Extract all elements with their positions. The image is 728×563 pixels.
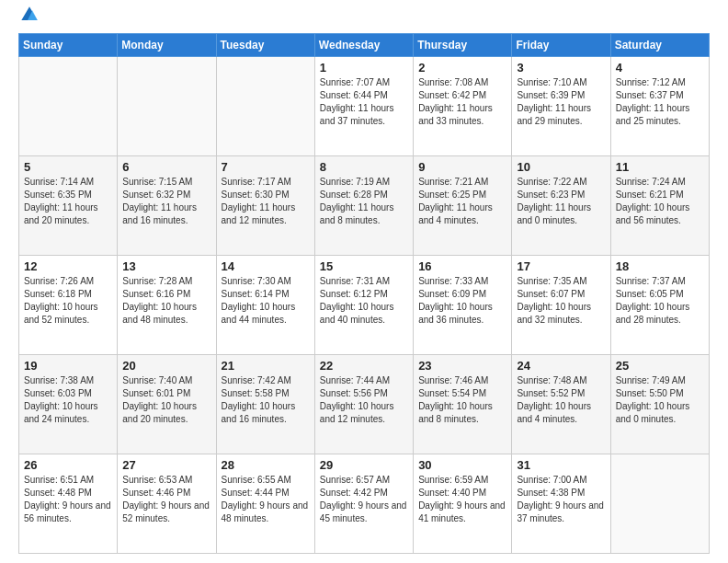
cell-2-5: 17Sunrise: 7:35 AMSunset: 6:07 PMDayligh… (512, 256, 610, 355)
cell-info: Sunset: 4:48 PM (24, 487, 112, 500)
day-number: 4 (616, 61, 704, 75)
week-row-0: 1Sunrise: 7:07 AMSunset: 6:44 PMDaylight… (19, 57, 710, 156)
cell-info: Sunrise: 7:44 AM (320, 374, 408, 387)
cell-info: Sunset: 5:56 PM (320, 387, 408, 400)
cell-info: Sunrise: 7:15 AM (122, 176, 210, 189)
day-number: 15 (320, 259, 408, 273)
week-row-2: 12Sunrise: 7:26 AMSunset: 6:18 PMDayligh… (19, 256, 710, 355)
cell-3-1: 20Sunrise: 7:40 AMSunset: 6:01 PMDayligh… (118, 355, 216, 454)
cell-info: Daylight: 11 hours and 25 minutes. (616, 102, 704, 128)
cell-info: Sunset: 6:03 PM (24, 387, 112, 400)
cell-info: Sunrise: 6:59 AM (418, 474, 506, 487)
header (18, 15, 710, 24)
cell-1-6: 11Sunrise: 7:24 AMSunset: 6:21 PMDayligh… (610, 156, 709, 256)
cell-3-3: 22Sunrise: 7:44 AMSunset: 5:56 PMDayligh… (314, 355, 413, 454)
cell-info: Sunrise: 7:21 AM (418, 176, 506, 189)
week-row-4: 26Sunrise: 6:51 AMSunset: 4:48 PMDayligh… (19, 454, 710, 554)
cell-2-0: 12Sunrise: 7:26 AMSunset: 6:18 PMDayligh… (19, 256, 118, 355)
cell-info: Daylight: 9 hours and 56 minutes. (24, 500, 112, 525)
cell-info: Daylight: 11 hours and 12 minutes. (222, 201, 310, 227)
cell-info: Sunrise: 7:31 AM (320, 275, 408, 288)
cell-info: Daylight: 10 hours and 48 minutes. (122, 301, 210, 327)
cell-info: Daylight: 11 hours and 33 minutes. (418, 102, 506, 128)
cell-info: Sunrise: 7:42 AM (222, 374, 310, 387)
day-number: 1 (320, 61, 408, 75)
week-row-3: 19Sunrise: 7:38 AMSunset: 6:03 PMDayligh… (19, 355, 710, 454)
day-number: 16 (418, 259, 506, 273)
cell-info: Sunrise: 6:57 AM (320, 474, 408, 487)
calendar: Sunday Monday Tuesday Wednesday Thursday… (18, 33, 710, 554)
cell-info: Sunrise: 7:10 AM (517, 76, 605, 89)
day-number: 28 (222, 458, 310, 472)
cell-3-5: 24Sunrise: 7:48 AMSunset: 5:52 PMDayligh… (512, 355, 610, 454)
cell-info: Sunrise: 7:17 AM (222, 176, 310, 189)
day-number: 21 (222, 359, 310, 373)
cell-0-4: 2Sunrise: 7:08 AMSunset: 6:42 PMDaylight… (414, 57, 512, 156)
cell-1-2: 7Sunrise: 7:17 AMSunset: 6:30 PMDaylight… (216, 156, 314, 256)
day-number: 26 (24, 458, 112, 472)
logo (18, 15, 39, 24)
day-number: 24 (517, 359, 605, 373)
cell-info: Sunrise: 7:26 AM (24, 275, 112, 288)
cell-info: Sunset: 6:35 PM (24, 189, 112, 201)
cell-info: Sunrise: 7:49 AM (616, 374, 704, 387)
cell-info: Sunset: 6:37 PM (616, 89, 704, 102)
cell-info: Sunset: 6:12 PM (320, 288, 408, 301)
cell-info: Sunrise: 6:55 AM (222, 474, 310, 487)
cell-info: Daylight: 10 hours and 16 minutes. (222, 400, 310, 426)
cell-info: Daylight: 9 hours and 41 minutes. (418, 500, 506, 525)
day-number: 30 (418, 458, 506, 472)
cell-info: Daylight: 10 hours and 8 minutes. (418, 400, 506, 426)
cell-info: Sunrise: 7:28 AM (122, 275, 210, 288)
cell-0-6: 4Sunrise: 7:12 AMSunset: 6:37 PMDaylight… (610, 57, 709, 156)
cell-3-2: 21Sunrise: 7:42 AMSunset: 5:58 PMDayligh… (216, 355, 314, 454)
cell-info: Sunrise: 7:35 AM (517, 275, 605, 288)
cell-4-0: 26Sunrise: 6:51 AMSunset: 4:48 PMDayligh… (19, 454, 118, 554)
day-number: 13 (122, 259, 210, 273)
day-number: 29 (320, 458, 408, 472)
cell-info: Daylight: 10 hours and 4 minutes. (517, 400, 605, 426)
col-wednesday: Wednesday (314, 34, 413, 57)
col-thursday: Thursday (414, 34, 512, 57)
day-number: 14 (222, 259, 310, 273)
cell-info: Sunrise: 7:19 AM (320, 176, 408, 189)
cell-4-1: 27Sunrise: 6:53 AMSunset: 4:46 PMDayligh… (118, 454, 216, 554)
cell-4-2: 28Sunrise: 6:55 AMSunset: 4:44 PMDayligh… (216, 454, 314, 554)
day-number: 3 (517, 61, 605, 75)
cell-info: Sunset: 4:40 PM (418, 487, 506, 500)
cell-3-0: 19Sunrise: 7:38 AMSunset: 6:03 PMDayligh… (19, 355, 118, 454)
cell-info: Daylight: 11 hours and 29 minutes. (517, 102, 605, 128)
cell-info: Sunrise: 7:37 AM (616, 275, 704, 288)
cell-4-5: 31Sunrise: 7:00 AMSunset: 4:38 PMDayligh… (512, 454, 610, 554)
day-number: 5 (24, 160, 112, 174)
day-number: 31 (517, 458, 605, 472)
cell-info: Daylight: 9 hours and 37 minutes. (517, 500, 605, 525)
cell-info: Sunrise: 6:53 AM (122, 474, 210, 487)
cell-info: Daylight: 9 hours and 52 minutes. (122, 500, 210, 525)
cell-info: Sunrise: 7:30 AM (222, 275, 310, 288)
header-row: Sunday Monday Tuesday Wednesday Thursday… (19, 34, 710, 57)
cell-1-0: 5Sunrise: 7:14 AMSunset: 6:35 PMDaylight… (19, 156, 118, 256)
day-number: 20 (122, 359, 210, 373)
day-number: 12 (24, 259, 112, 273)
cell-info: Sunset: 6:25 PM (418, 189, 506, 201)
day-number: 8 (320, 160, 408, 174)
cell-info: Sunrise: 7:46 AM (418, 374, 506, 387)
day-number: 22 (320, 359, 408, 373)
cell-info: Daylight: 9 hours and 45 minutes. (320, 500, 408, 525)
day-number: 18 (616, 259, 704, 273)
cell-info: Sunrise: 6:51 AM (24, 474, 112, 487)
cell-1-4: 9Sunrise: 7:21 AMSunset: 6:25 PMDaylight… (414, 156, 512, 256)
cell-info: Sunset: 6:05 PM (616, 288, 704, 301)
cell-info: Sunset: 6:07 PM (517, 288, 605, 301)
cell-info: Sunset: 6:21 PM (616, 189, 704, 201)
cell-info: Daylight: 10 hours and 52 minutes. (24, 301, 112, 327)
day-number: 11 (616, 160, 704, 174)
page: Sunday Monday Tuesday Wednesday Thursday… (0, 0, 728, 563)
cell-info: Sunrise: 7:33 AM (418, 275, 506, 288)
cell-info: Sunrise: 7:40 AM (122, 374, 210, 387)
cell-info: Sunset: 4:38 PM (517, 487, 605, 500)
cell-info: Sunset: 6:14 PM (222, 288, 310, 301)
cell-2-4: 16Sunrise: 7:33 AMSunset: 6:09 PMDayligh… (414, 256, 512, 355)
cell-info: Sunset: 6:16 PM (122, 288, 210, 301)
